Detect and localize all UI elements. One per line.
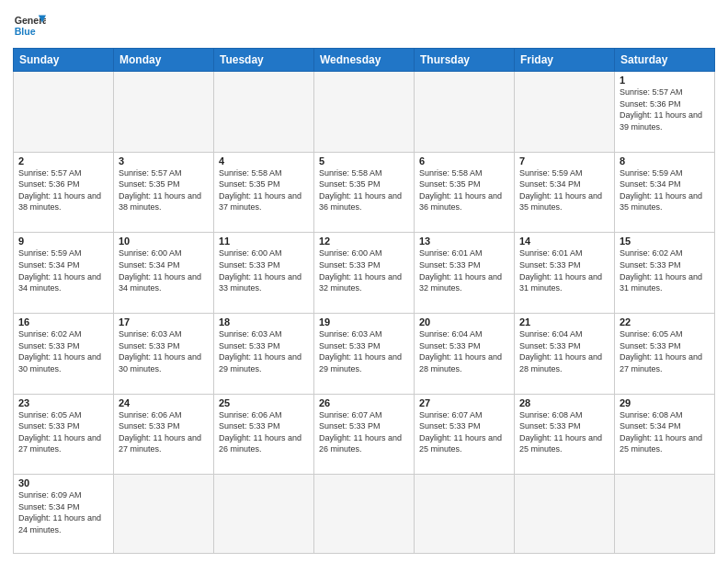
day-number: 23 bbox=[18, 397, 108, 408]
calendar-cell bbox=[515, 72, 615, 153]
day-info: Sunrise: 5:58 AMSunset: 5:35 PMDaylight:… bbox=[419, 167, 509, 213]
day-number: 28 bbox=[519, 397, 609, 408]
calendar-cell: 24Sunrise: 6:06 AMSunset: 5:33 PMDayligh… bbox=[114, 394, 214, 475]
day-number: 12 bbox=[319, 236, 409, 247]
weekday-header-row: Sunday Monday Tuesday Wednesday Thursday… bbox=[14, 49, 715, 72]
day-info: Sunrise: 6:03 AMSunset: 5:33 PMDaylight:… bbox=[219, 328, 309, 374]
calendar-cell: 10Sunrise: 6:00 AMSunset: 5:34 PMDayligh… bbox=[114, 233, 214, 314]
header-monday: Monday bbox=[114, 49, 214, 72]
day-number: 17 bbox=[119, 316, 209, 327]
day-number: 11 bbox=[219, 236, 309, 247]
calendar-row: 23Sunrise: 6:05 AMSunset: 5:33 PMDayligh… bbox=[14, 394, 715, 475]
calendar-cell bbox=[214, 475, 314, 554]
header-tuesday: Tuesday bbox=[214, 49, 314, 72]
day-info: Sunrise: 6:04 AMSunset: 5:33 PMDaylight:… bbox=[519, 328, 609, 374]
day-info: Sunrise: 6:06 AMSunset: 5:33 PMDaylight:… bbox=[219, 409, 309, 455]
day-info: Sunrise: 6:09 AMSunset: 5:34 PMDaylight:… bbox=[18, 489, 108, 535]
calendar-cell bbox=[615, 475, 715, 554]
day-info: Sunrise: 5:57 AMSunset: 5:35 PMDaylight:… bbox=[119, 167, 209, 213]
day-number: 29 bbox=[620, 397, 710, 408]
calendar-cell bbox=[314, 72, 415, 153]
calendar-cell bbox=[415, 475, 515, 554]
calendar-cell: 3Sunrise: 5:57 AMSunset: 5:35 PMDaylight… bbox=[114, 152, 214, 233]
day-info: Sunrise: 5:58 AMSunset: 5:35 PMDaylight:… bbox=[219, 167, 309, 213]
day-info: Sunrise: 5:57 AMSunset: 5:36 PMDaylight:… bbox=[620, 86, 710, 132]
day-info: Sunrise: 5:59 AMSunset: 5:34 PMDaylight:… bbox=[620, 167, 710, 213]
day-info: Sunrise: 5:58 AMSunset: 5:35 PMDaylight:… bbox=[319, 167, 409, 213]
calendar-cell: 8Sunrise: 5:59 AMSunset: 5:34 PMDaylight… bbox=[615, 152, 715, 233]
calendar-row: 16Sunrise: 6:02 AMSunset: 5:33 PMDayligh… bbox=[14, 313, 715, 394]
day-info: Sunrise: 6:00 AMSunset: 5:33 PMDaylight:… bbox=[219, 247, 309, 293]
calendar-cell bbox=[415, 72, 515, 153]
day-number: 10 bbox=[119, 236, 209, 247]
calendar-cell: 6Sunrise: 5:58 AMSunset: 5:35 PMDaylight… bbox=[415, 152, 515, 233]
day-number: 8 bbox=[620, 155, 710, 167]
header-thursday: Thursday bbox=[415, 49, 515, 72]
day-number: 7 bbox=[519, 155, 609, 167]
day-number: 4 bbox=[219, 155, 309, 167]
day-info: Sunrise: 6:05 AMSunset: 5:33 PMDaylight:… bbox=[620, 328, 710, 374]
day-number: 30 bbox=[18, 477, 108, 488]
day-number: 21 bbox=[519, 316, 609, 327]
header-friday: Friday bbox=[515, 49, 615, 72]
calendar-cell: 4Sunrise: 5:58 AMSunset: 5:35 PMDaylight… bbox=[214, 152, 314, 233]
calendar-cell: 28Sunrise: 6:08 AMSunset: 5:33 PMDayligh… bbox=[515, 394, 615, 475]
day-info: Sunrise: 6:06 AMSunset: 5:33 PMDaylight:… bbox=[119, 409, 209, 455]
calendar-cell: 19Sunrise: 6:03 AMSunset: 5:33 PMDayligh… bbox=[314, 313, 415, 394]
day-number: 3 bbox=[119, 155, 209, 167]
day-number: 27 bbox=[419, 397, 509, 408]
day-number: 13 bbox=[419, 236, 509, 247]
calendar-cell: 26Sunrise: 6:07 AMSunset: 5:33 PMDayligh… bbox=[314, 394, 415, 475]
day-number: 25 bbox=[219, 397, 309, 408]
day-info: Sunrise: 6:08 AMSunset: 5:33 PMDaylight:… bbox=[519, 409, 609, 455]
calendar-cell: 7Sunrise: 5:59 AMSunset: 5:34 PMDaylight… bbox=[515, 152, 615, 233]
day-info: Sunrise: 6:03 AMSunset: 5:33 PMDaylight:… bbox=[319, 328, 409, 374]
calendar-cell: 2Sunrise: 5:57 AMSunset: 5:36 PMDaylight… bbox=[14, 152, 114, 233]
day-info: Sunrise: 6:05 AMSunset: 5:33 PMDaylight:… bbox=[18, 409, 108, 455]
calendar-cell: 22Sunrise: 6:05 AMSunset: 5:33 PMDayligh… bbox=[615, 313, 715, 394]
day-info: Sunrise: 6:00 AMSunset: 5:33 PMDaylight:… bbox=[319, 247, 409, 293]
day-number: 2 bbox=[18, 155, 108, 167]
calendar-cell: 21Sunrise: 6:04 AMSunset: 5:33 PMDayligh… bbox=[515, 313, 615, 394]
calendar-row: 9Sunrise: 5:59 AMSunset: 5:34 PMDaylight… bbox=[14, 233, 715, 314]
calendar-cell bbox=[114, 475, 214, 554]
calendar-cell: 27Sunrise: 6:07 AMSunset: 5:33 PMDayligh… bbox=[415, 394, 515, 475]
calendar-cell: 16Sunrise: 6:02 AMSunset: 5:33 PMDayligh… bbox=[14, 313, 114, 394]
calendar-cell: 17Sunrise: 6:03 AMSunset: 5:33 PMDayligh… bbox=[114, 313, 214, 394]
calendar-cell: 9Sunrise: 5:59 AMSunset: 5:34 PMDaylight… bbox=[14, 233, 114, 314]
day-number: 16 bbox=[18, 316, 108, 327]
day-number: 15 bbox=[620, 236, 710, 247]
day-number: 20 bbox=[419, 316, 509, 327]
day-number: 24 bbox=[119, 397, 209, 408]
calendar-cell: 15Sunrise: 6:02 AMSunset: 5:33 PMDayligh… bbox=[615, 233, 715, 314]
header: General Blue bbox=[13, 9, 715, 42]
day-info: Sunrise: 6:04 AMSunset: 5:33 PMDaylight:… bbox=[419, 328, 509, 374]
header-saturday: Saturday bbox=[615, 49, 715, 72]
logo: General Blue bbox=[13, 9, 46, 42]
calendar: Sunday Monday Tuesday Wednesday Thursday… bbox=[13, 48, 715, 554]
day-info: Sunrise: 6:07 AMSunset: 5:33 PMDaylight:… bbox=[419, 409, 509, 455]
calendar-cell bbox=[114, 72, 214, 153]
day-number: 19 bbox=[319, 316, 409, 327]
day-info: Sunrise: 5:59 AMSunset: 5:34 PMDaylight:… bbox=[18, 247, 108, 293]
day-info: Sunrise: 5:57 AMSunset: 5:36 PMDaylight:… bbox=[18, 167, 108, 213]
page: General Blue Sunday Monday Tuesday Wedne… bbox=[0, 0, 728, 563]
calendar-cell bbox=[14, 72, 114, 153]
day-info: Sunrise: 6:03 AMSunset: 5:33 PMDaylight:… bbox=[119, 328, 209, 374]
calendar-cell: 23Sunrise: 6:05 AMSunset: 5:33 PMDayligh… bbox=[14, 394, 114, 475]
day-info: Sunrise: 6:02 AMSunset: 5:33 PMDaylight:… bbox=[18, 328, 108, 374]
calendar-cell bbox=[214, 72, 314, 153]
day-number: 6 bbox=[419, 155, 509, 167]
calendar-cell: 14Sunrise: 6:01 AMSunset: 5:33 PMDayligh… bbox=[515, 233, 615, 314]
calendar-cell: 18Sunrise: 6:03 AMSunset: 5:33 PMDayligh… bbox=[214, 313, 314, 394]
calendar-cell: 29Sunrise: 6:08 AMSunset: 5:34 PMDayligh… bbox=[615, 394, 715, 475]
calendar-cell bbox=[515, 475, 615, 554]
day-number: 1 bbox=[620, 75, 710, 86]
day-number: 22 bbox=[620, 316, 710, 327]
header-sunday: Sunday bbox=[14, 49, 114, 72]
day-info: Sunrise: 6:08 AMSunset: 5:34 PMDaylight:… bbox=[620, 409, 710, 455]
calendar-cell bbox=[314, 475, 415, 554]
day-info: Sunrise: 6:07 AMSunset: 5:33 PMDaylight:… bbox=[319, 409, 409, 455]
day-number: 9 bbox=[18, 236, 108, 247]
day-info: Sunrise: 6:01 AMSunset: 5:33 PMDaylight:… bbox=[419, 247, 509, 293]
